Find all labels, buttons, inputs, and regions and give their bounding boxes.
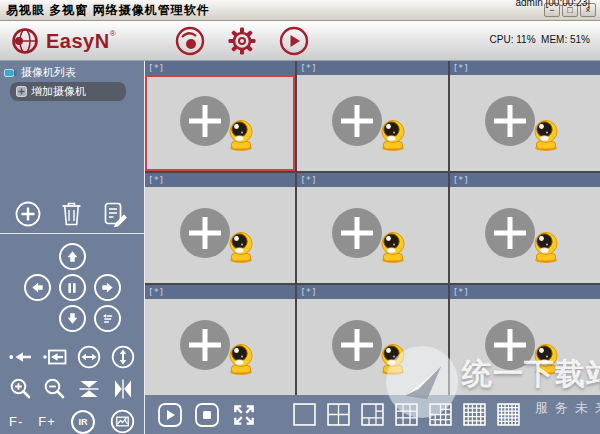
video-cell-body[interactable] [297, 187, 447, 283]
layout-16-button[interactable] [429, 403, 452, 426]
layout-buttons [293, 403, 520, 426]
layout-25-button[interactable] [463, 403, 486, 426]
video-cell-body[interactable] [145, 187, 295, 283]
add-camera-placeholder [485, 207, 565, 263]
content-area: 摄像机列表 增加摄像机 [0, 61, 600, 434]
brand-name: EasyN [46, 26, 110, 56]
fullscreen-button[interactable] [231, 402, 257, 428]
zoom-in-button[interactable] [9, 377, 33, 401]
video-cell[interactable]: [*] [297, 285, 447, 395]
add-camera-plus-icon[interactable] [485, 320, 535, 370]
add-camera-placeholder [180, 207, 260, 263]
video-cell-body[interactable] [450, 75, 600, 171]
camera-mascot-icon [378, 118, 410, 151]
video-cell-body[interactable] [297, 299, 447, 395]
edit-camera-button[interactable] [101, 200, 130, 228]
video-cell-header: [*] [450, 285, 600, 299]
stop-all-button[interactable] [194, 402, 220, 428]
camera-actions [0, 196, 144, 233]
cell-mark: [*] [300, 63, 316, 73]
registered-mark: ® [110, 29, 116, 38]
horizontal-cruise-button[interactable] [77, 345, 101, 369]
play-all-button[interactable] [157, 402, 183, 428]
pan-left-scan-button[interactable] [9, 346, 33, 368]
layout-9-button[interactable] [395, 403, 418, 426]
layout-6-button[interactable] [361, 403, 384, 426]
camera-mascot-icon [378, 342, 410, 375]
sidebar: 摄像机列表 增加摄像机 [0, 61, 145, 434]
horizontal-arrows-icon [77, 345, 101, 369]
ptz-stop-button[interactable] [59, 274, 86, 301]
iris-close-button[interactable] [77, 377, 101, 401]
ptz-preset-button[interactable] [94, 305, 121, 332]
add-camera-placeholder [332, 207, 412, 263]
sidebar-divider [0, 233, 144, 234]
layout-36-button[interactable] [497, 403, 520, 426]
zoom-iris-row [0, 377, 144, 401]
add-camera-plus-icon[interactable] [485, 208, 535, 258]
video-cell-header: [*] [145, 285, 295, 299]
bottom-toolbar [145, 395, 600, 434]
video-cell[interactable]: [*] [145, 173, 295, 283]
add-camera-item-icon [16, 86, 27, 97]
layout-4-icon [327, 403, 350, 426]
tree-item-add-camera[interactable]: 增加摄像机 [10, 82, 126, 101]
video-cell-body[interactable] [145, 299, 295, 395]
add-camera-plus-icon[interactable] [180, 208, 230, 258]
ptz-pad [0, 243, 144, 332]
video-cell-body[interactable] [450, 299, 600, 395]
settings-button[interactable] [226, 25, 258, 57]
camera-mascot-icon [531, 342, 563, 375]
zoom-out-icon [43, 377, 67, 401]
focus-minus-button[interactable]: F- [9, 414, 23, 429]
add-camera-plus-icon[interactable] [180, 96, 230, 146]
pan-to-box-button[interactable] [43, 346, 67, 368]
webcam-icon [174, 25, 206, 57]
video-cell[interactable]: [*] [145, 285, 295, 395]
playback-button[interactable] [278, 25, 310, 57]
add-camera-button[interactable] [14, 200, 42, 228]
video-cell-header: [*] [297, 61, 447, 75]
video-cell[interactable]: [*] [297, 173, 447, 283]
add-camera-plus-icon[interactable] [332, 208, 382, 258]
fullscreen-icon [231, 402, 257, 428]
video-cell-body[interactable] [145, 75, 295, 171]
add-camera-placeholder [485, 319, 565, 375]
zoom-out-button[interactable] [43, 377, 67, 401]
iris-open-button[interactable] [111, 377, 135, 401]
layout-36-icon [497, 403, 520, 426]
ptz-down-button[interactable] [59, 305, 86, 332]
video-cell[interactable]: [*] [450, 285, 600, 395]
layout-1-button[interactable] [293, 403, 316, 426]
delete-camera-button[interactable] [58, 200, 85, 228]
vertical-cruise-button[interactable] [111, 345, 135, 369]
layout-9-icon [395, 403, 418, 426]
add-camera-plus-icon[interactable] [485, 96, 535, 146]
ir-label: IR [78, 417, 87, 427]
tree-item-camera-list[interactable]: 摄像机列表 [0, 64, 144, 81]
ptz-up-button[interactable] [59, 243, 86, 270]
video-cell[interactable]: [*] [145, 61, 295, 171]
camera-manager-button[interactable] [174, 25, 206, 57]
tree-item-label: 增加摄像机 [31, 84, 86, 99]
video-cell[interactable]: [*] [450, 173, 600, 283]
ptz-left-button[interactable] [24, 274, 51, 301]
add-camera-plus-icon[interactable] [180, 320, 230, 370]
add-camera-plus-icon[interactable] [332, 320, 382, 370]
stop-icon [194, 402, 220, 428]
image-icon [110, 409, 135, 434]
video-cell[interactable]: [*] [450, 61, 600, 171]
ir-toggle-button[interactable]: IR [71, 410, 95, 434]
video-cell-body[interactable] [297, 75, 447, 171]
ptz-right-button[interactable] [94, 274, 121, 301]
snapshot-button[interactable] [110, 409, 135, 434]
video-cell[interactable]: [*] [297, 61, 447, 171]
main-toolbar: EasyN ® [0, 21, 600, 61]
arrow-into-box-icon [43, 346, 67, 368]
add-camera-plus-icon[interactable] [332, 96, 382, 146]
arrow-right-icon [100, 280, 115, 295]
video-cell-body[interactable] [450, 187, 600, 283]
layout-4-button[interactable] [327, 403, 350, 426]
cell-mark: [*] [300, 175, 316, 185]
focus-plus-button[interactable]: F+ [38, 414, 56, 429]
